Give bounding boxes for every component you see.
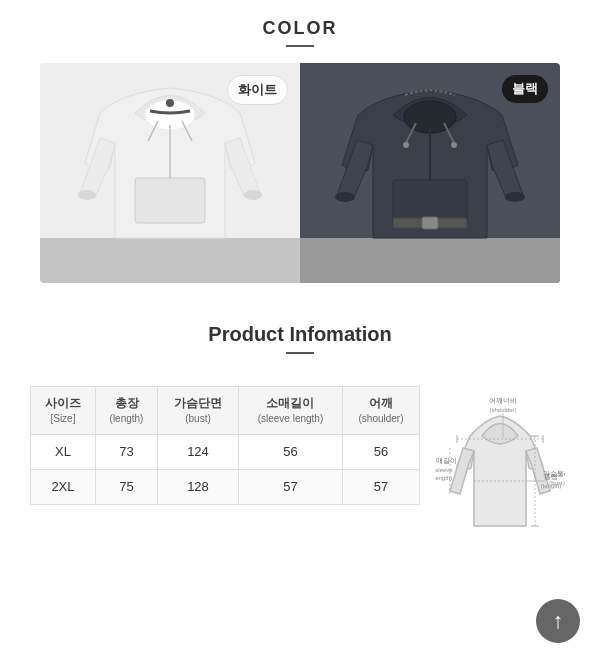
svg-point-8 xyxy=(166,99,174,107)
bust-xl: 124 xyxy=(158,434,239,469)
header-bust: 가슴단면(bust) xyxy=(158,387,239,435)
header-shoulder: 어깨(shoulder) xyxy=(343,387,420,435)
sleeve-xl: 56 xyxy=(238,434,342,469)
svg-point-19 xyxy=(403,142,409,148)
svg-point-5 xyxy=(244,190,262,200)
svg-rect-9 xyxy=(300,238,560,283)
color-images-container: 화이트 xyxy=(40,63,560,283)
black-jacket-bg: 블랙 xyxy=(300,63,560,283)
size-diagram: 어깨너비 (shoulder) 소매길이 (sleeve length) 가슴둘… xyxy=(430,386,570,556)
svg-text:length): length) xyxy=(435,475,452,481)
product-title-bold: Infomation xyxy=(289,323,391,345)
color-section: COLOR xyxy=(0,0,600,293)
shoulder-xl: 56 xyxy=(343,434,420,469)
svg-text:(shoulder): (shoulder) xyxy=(489,407,516,413)
table-row: XL 73 124 56 56 xyxy=(31,434,420,469)
svg-point-20 xyxy=(451,142,457,148)
white-color-label: 화이트 xyxy=(227,75,288,105)
white-jacket-bg: 화이트 xyxy=(40,63,300,283)
table-header-row: 사이즈[Size] 총장(length) 가슴단면(bust) 소매길이(sle… xyxy=(31,387,420,435)
header-sleeve: 소매길이(sleeve length) xyxy=(238,387,342,435)
product-title: Product Infomation xyxy=(0,323,600,346)
svg-rect-14 xyxy=(422,217,438,229)
svg-rect-2 xyxy=(135,178,205,223)
sleeve-2xl: 57 xyxy=(238,469,342,504)
black-jacket-image[interactable]: 블랙 xyxy=(300,63,560,283)
svg-text:어깨너비: 어깨너비 xyxy=(489,397,517,404)
black-color-label: 블랙 xyxy=(502,75,548,103)
bust-2xl: 128 xyxy=(158,469,239,504)
size-table: 사이즈[Size] 총장(length) 가슴단면(bust) 소매길이(sle… xyxy=(30,386,420,505)
size-xl: XL xyxy=(31,434,96,469)
header-size: 사이즈[Size] xyxy=(31,387,96,435)
header-length: 총장(length) xyxy=(95,387,157,435)
white-jacket-image[interactable]: 화이트 xyxy=(40,63,300,283)
size-2xl: 2XL xyxy=(31,469,96,504)
product-title-normal: Product xyxy=(208,323,289,345)
color-title: COLOR xyxy=(0,18,600,39)
svg-text:(sleeve: (sleeve xyxy=(435,467,453,473)
svg-point-4 xyxy=(78,190,96,200)
table-area: 사이즈[Size] 총장(length) 가슴단면(bust) 소매길이(sle… xyxy=(30,386,570,556)
svg-point-16 xyxy=(505,192,525,202)
shoulder-2xl: 57 xyxy=(343,469,420,504)
length-2xl: 75 xyxy=(95,469,157,504)
color-title-underline xyxy=(286,45,314,47)
svg-text:총장: 총장 xyxy=(544,473,558,481)
svg-text:(length): (length) xyxy=(541,483,561,489)
size-diagram-svg: 어깨너비 (shoulder) 소매길이 (sleeve length) 가슴둘… xyxy=(435,391,565,551)
scroll-top-button[interactable]: ↑ xyxy=(536,599,580,643)
product-title-underline xyxy=(286,352,314,354)
svg-text:소매길이: 소매길이 xyxy=(435,457,457,464)
length-xl: 73 xyxy=(95,434,157,469)
svg-point-15 xyxy=(335,192,355,202)
scroll-top-icon: ↑ xyxy=(553,610,564,632)
svg-rect-0 xyxy=(40,238,300,283)
product-info-section: Product Infomation xyxy=(0,293,600,386)
table-row: 2XL 75 128 57 57 xyxy=(31,469,420,504)
